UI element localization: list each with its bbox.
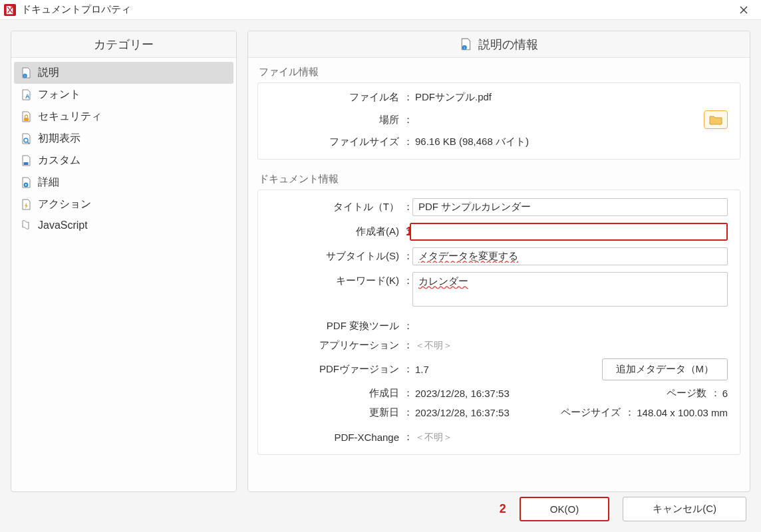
author-label: 作成者(A) xyxy=(270,225,403,238)
sidebar-item-label: セキュリティ xyxy=(38,110,102,124)
content-header-label: 説明の情報 xyxy=(478,37,538,53)
sidebar-item-security[interactable]: セキュリティ xyxy=(14,106,233,128)
size-value: 96.16 KB (98,468 バイト) xyxy=(412,136,728,148)
main-area: カテゴリー i 説明 A フォント セキュリティ 初期表示 カスタム xyxy=(0,20,761,492)
app-value: ＜不明＞ xyxy=(412,340,728,352)
custom-icon xyxy=(21,155,33,167)
keyword-input[interactable] xyxy=(412,272,728,307)
sidebar-list: i 説明 A フォント セキュリティ 初期表示 カスタム 詳細 xyxy=(11,58,236,239)
sidebar-item-advanced[interactable]: 詳細 xyxy=(14,172,233,194)
modified-label: 更新日 xyxy=(270,406,403,419)
subtitle-label: サブタイトル(S) xyxy=(270,250,403,263)
svg-text:i: i xyxy=(25,74,25,78)
actions-icon xyxy=(21,199,33,211)
size-label: ファイルサイズ xyxy=(270,136,403,148)
converter-label: PDF 変換ツール xyxy=(270,320,403,332)
cancel-button[interactable]: キャンセル(C) xyxy=(623,497,746,521)
sidebar-item-label: JavaScript xyxy=(38,219,88,231)
sidebar-item-label: アクション xyxy=(38,198,91,211)
svg-rect-5 xyxy=(24,162,29,165)
xchange-label: PDF-XChange xyxy=(270,432,403,443)
advanced-icon xyxy=(21,177,33,189)
sidebar-item-label: フォント xyxy=(38,88,80,102)
modified-value: 2023/12/28, 16:37:53 xyxy=(412,407,525,418)
sidebar-item-initial-view[interactable]: 初期表示 xyxy=(14,128,233,150)
sidebar-item-actions[interactable]: アクション xyxy=(14,194,233,215)
title-label: タイトル（T） xyxy=(270,201,403,213)
version-label: PDFヴァージョン xyxy=(270,363,403,376)
security-icon xyxy=(21,111,33,123)
window-title: ドキュメントプロパティ xyxy=(21,3,131,16)
app-icon xyxy=(4,4,16,16)
extra-metadata-button[interactable]: 追加メタデータ（M） xyxy=(602,358,728,380)
annotation-2: 2 xyxy=(500,502,506,516)
sidebar-panel: カテゴリー i 説明 A フォント セキュリティ 初期表示 カスタム xyxy=(11,31,237,492)
close-button[interactable] xyxy=(730,1,757,19)
doc-info-group-label: ドキュメント情報 xyxy=(257,172,740,190)
app-label: アプリケーション xyxy=(270,339,403,352)
content-panel: i 説明の情報 ファイル情報 ファイル名 ： PDFサンプル.pdf 場所 ： xyxy=(247,31,750,492)
sidebar-item-label: カスタム xyxy=(38,154,80,168)
info-doc-icon: i xyxy=(460,38,473,51)
doc-info-group: タイトル（T） ： 作成者(A) ： 1 サブタイトル(S) ： キーワード(K… xyxy=(257,190,740,455)
xchange-value: ＜不明＞ xyxy=(412,432,728,444)
footer: 2 OK(O) キャンセル(C) xyxy=(0,492,761,532)
subtitle-input[interactable] xyxy=(412,247,728,265)
keyword-label: キーワード(K) xyxy=(270,272,403,287)
pagesize-value: 148.04 x 100.03 mm xyxy=(634,407,728,418)
title-input[interactable] xyxy=(412,198,728,216)
pages-value: 6 xyxy=(720,388,728,399)
javascript-icon xyxy=(21,219,33,231)
svg-text:i: i xyxy=(464,45,465,49)
sidebar-item-fonts[interactable]: A フォント xyxy=(14,84,233,106)
created-value: 2023/12/28, 16:37:53 xyxy=(412,388,611,399)
sidebar-item-custom[interactable]: カスタム xyxy=(14,150,233,172)
svg-point-7 xyxy=(25,184,27,185)
sidebar-item-javascript[interactable]: JavaScript xyxy=(14,215,233,235)
svg-text:A: A xyxy=(25,93,30,100)
content-header: i 説明の情報 xyxy=(248,31,750,58)
sidebar-item-description[interactable]: i 説明 xyxy=(14,62,233,84)
content-body: ファイル情報 ファイル名 ： PDFサンプル.pdf 場所 ： ファイルサイズ xyxy=(248,58,750,476)
ok-button[interactable]: OK(O) xyxy=(520,497,609,521)
description-icon: i xyxy=(21,67,33,79)
fonts-icon: A xyxy=(21,89,33,101)
pagesize-label: ページサイズ xyxy=(545,406,625,419)
location-label: 場所 xyxy=(270,114,403,126)
filename-label: ファイル名 xyxy=(270,91,403,104)
svg-rect-3 xyxy=(24,118,29,121)
sidebar-header: カテゴリー xyxy=(11,31,236,58)
sidebar-item-label: 初期表示 xyxy=(38,132,80,146)
pages-label: ページ数 xyxy=(631,387,710,400)
author-input[interactable] xyxy=(410,223,728,241)
filename-value: PDFサンプル.pdf xyxy=(412,91,728,104)
open-folder-button[interactable] xyxy=(704,110,728,129)
titlebar: ドキュメントプロパティ xyxy=(0,0,761,20)
file-info-group: ファイル名 ： PDFサンプル.pdf 場所 ： ファイルサイズ ： 96.16… xyxy=(257,82,740,160)
sidebar-item-label: 詳細 xyxy=(38,176,59,190)
sidebar-item-label: 説明 xyxy=(38,66,59,80)
initial-view-icon xyxy=(21,133,33,145)
file-info-group-label: ファイル情報 xyxy=(257,65,740,82)
version-value: 1.7 xyxy=(412,364,582,375)
created-label: 作成日 xyxy=(270,387,403,400)
